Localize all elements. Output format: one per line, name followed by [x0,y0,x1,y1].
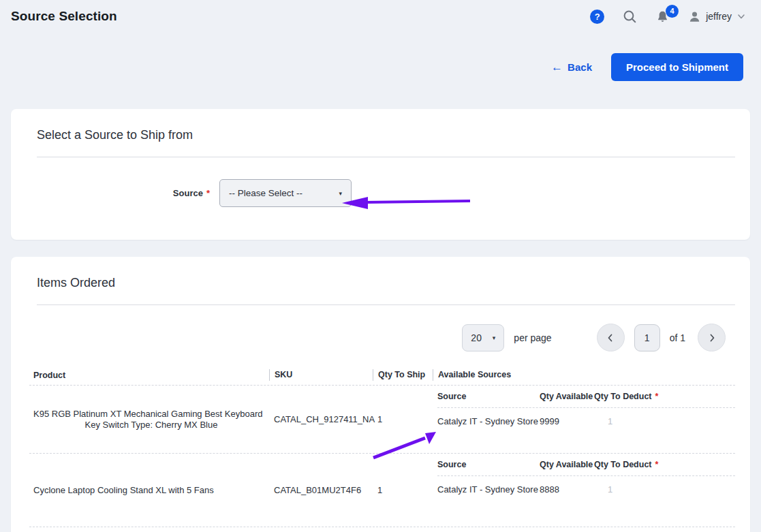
source-row: Catalyz IT - Sydney Store 8888 [437,476,735,495]
chevron-right-icon [706,332,717,343]
current-page-input[interactable] [634,324,660,351]
divider [37,304,735,305]
source-name: Catalyz IT - Sydney Store [437,416,540,426]
required-marker: * [655,460,659,469]
source-field-label: Source* [26,188,210,198]
pagination: 20 ▾ per page of 1 [26,324,735,351]
user-avatar-icon [688,10,701,23]
table-row: Cyclone Laptop Cooling Stand XL with 5 F… [29,454,735,527]
back-label: Back [568,61,592,73]
sku-cell: CATAL_B01MU2T4F6 [269,454,373,527]
product-name: Cyclone Laptop Cooling Stand XL with 5 F… [33,485,269,495]
subcolumn-qty-available: Qty Available [540,392,594,401]
product-option: Key Switch Type: Cherry MX Blue [33,420,269,430]
top-bar: Source Selection ? 4 jeffrey [0,0,761,31]
action-row: ← Back Proceed to Shipment [0,53,743,81]
column-header-available-sources: Available Sources [433,369,735,381]
product-name: K95 RGB Platinum XT Mechanical Gaming Be… [33,409,269,419]
user-menu[interactable]: jeffrey [688,10,746,23]
page-size-value: 20 [471,332,482,343]
source-select-value: -- Please Select -- [229,188,302,198]
back-arrow-icon: ← [551,61,563,74]
next-page-button[interactable] [698,324,726,351]
items-table: Product SKU Qty To Ship Available Source… [29,365,735,527]
subcolumn-qty-available: Qty Available [540,460,594,469]
chevron-left-icon [605,332,616,343]
previous-page-button[interactable] [597,324,625,351]
back-button[interactable]: ← Back [551,61,592,74]
source-name: Catalyz IT - Sydney Store [437,484,540,495]
required-marker: * [206,188,210,198]
subcolumn-qty-to-deduct: Qty To Deduct* [594,392,658,401]
qty-to-ship-cell: 1 [373,454,433,527]
column-header-qty-to-ship: Qty To Ship [373,369,433,381]
source-form-row: Source* -- Please Select -- ▾ [26,179,735,207]
qty-to-ship-cell: 1 [373,386,433,453]
source-subheader-row: Source Qty Available Qty To Deduct* [437,460,735,476]
user-name: jeffrey [706,11,732,22]
page-count-label: of 1 [670,332,685,343]
page-size-select[interactable]: 20 ▾ [462,324,504,351]
source-select-card: Select a Source to Ship from Source* -- … [11,109,750,240]
subcolumn-source: Source [437,460,540,469]
source-row: Catalyz IT - Sydney Store 9999 [437,408,735,426]
chevron-down-icon [736,12,746,21]
column-header-sku: SKU [269,369,373,381]
available-sources-cell: Source Qty Available Qty To Deduct* Cata… [433,454,735,527]
source-subheader-row: Source Qty Available Qty To Deduct* [437,392,735,408]
notification-count-badge: 4 [666,5,679,18]
source-card-title: Select a Source to Ship from [37,128,735,142]
qty-to-deduct-input[interactable] [594,416,696,426]
required-marker: * [655,392,659,401]
page-title: Source Selection [11,9,117,24]
subcolumn-source: Source [437,392,540,401]
column-header-product: Product [29,371,269,380]
topbar-icons: ? 4 jeffrey [590,10,746,24]
search-icon[interactable] [623,10,637,24]
items-card-title: Items Ordered [37,276,735,290]
source-select-dropdown[interactable]: -- Please Select -- ▾ [219,179,352,207]
divider [37,157,735,157]
subcolumn-qty-to-deduct: Qty To Deduct* [594,460,658,469]
product-cell: Cyclone Laptop Cooling Stand XL with 5 F… [29,454,269,527]
items-ordered-card: Items Ordered 20 ▾ per page of 1 Product… [11,257,750,532]
notifications-bell-icon[interactable]: 4 [655,10,670,24]
help-icon[interactable]: ? [590,10,604,24]
qty-available-value: 8888 [540,484,594,495]
available-sources-cell: Source Qty Available Qty To Deduct* Cata… [433,386,735,453]
select-caret-icon: ▾ [339,190,342,197]
product-cell: K95 RGB Platinum XT Mechanical Gaming Be… [29,386,269,453]
per-page-label: per page [514,332,551,343]
table-row: K95 RGB Platinum XT Mechanical Gaming Be… [29,386,735,454]
table-header-row: Product SKU Qty To Ship Available Source… [29,365,735,386]
proceed-to-shipment-button[interactable]: Proceed to Shipment [611,53,743,81]
sku-cell: CATAL_CH_9127411_NA [269,386,373,453]
qty-to-deduct-input[interactable] [594,484,696,495]
qty-available-value: 9999 [540,416,594,426]
select-caret-icon: ▾ [493,334,496,341]
